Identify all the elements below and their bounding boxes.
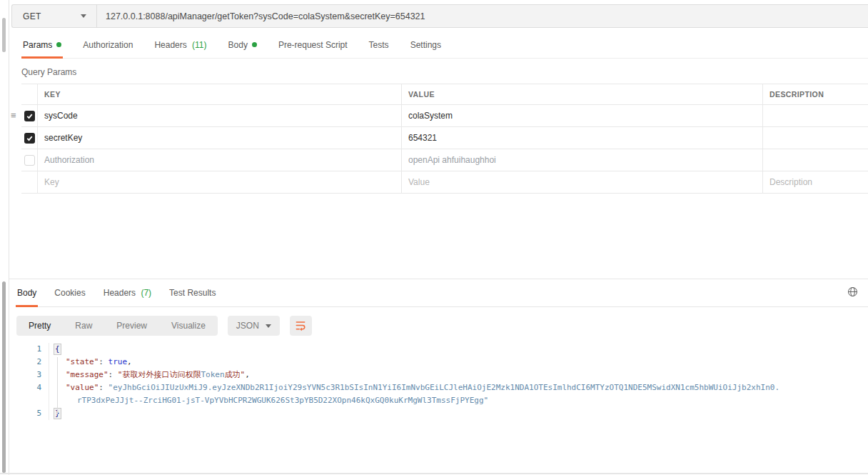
select-column-header: [21, 84, 37, 104]
table-row: secretKey654321: [21, 127, 868, 149]
token-punct: ,: [245, 370, 250, 379]
code-line: 3"message": "获取对外接口访问权限Token成功",: [9, 369, 868, 381]
key-cell[interactable]: secretKey: [37, 127, 401, 149]
tab-authorization[interactable]: Authorization: [81, 34, 134, 58]
token-punct: ,: [127, 357, 132, 366]
key-cell[interactable]: sysCode: [37, 105, 401, 126]
value-cell[interactable]: Value: [401, 171, 762, 193]
row-select-cell: [21, 171, 37, 193]
description-cell[interactable]: [762, 127, 868, 149]
tab-label: Settings: [410, 40, 441, 50]
value-cell[interactable]: openApi ahfuihaughhoi: [401, 149, 762, 171]
query-params-title: Query Params: [21, 67, 868, 77]
view-tab-pretty[interactable]: Pretty: [16, 316, 63, 336]
scrollbar-thumb-bottom[interactable]: [2, 281, 6, 473]
description-cell[interactable]: [762, 149, 868, 171]
main-content: GET 127.0.0.1:8088/apiManager/getToken?s…: [9, 0, 868, 474]
url-bar: GET 127.0.0.1:8088/apiManager/getToken?s…: [11, 4, 868, 28]
value-cell[interactable]: colaSystem: [401, 105, 762, 126]
view-tab-preview[interactable]: Preview: [104, 316, 159, 336]
request-url-input[interactable]: 127.0.0.1:8088/apiManager/getToken?sysCo…: [97, 11, 868, 21]
row-checkbox[interactable]: [24, 155, 35, 166]
request-response-gap: [9, 194, 868, 279]
row-checkbox[interactable]: [24, 133, 35, 144]
description-cell[interactable]: Description: [762, 171, 868, 193]
response-tab-cookies[interactable]: Cookies: [53, 279, 86, 306]
line-number: 2: [9, 356, 41, 369]
key-column-header: KEY: [37, 84, 401, 104]
tab-label: Headers: [104, 288, 136, 298]
left-scrollbar[interactable]: [0, 0, 7, 475]
tab-settings[interactable]: Settings: [409, 34, 443, 58]
response-view-switcher: PrettyRawPreviewVisualize: [16, 316, 218, 336]
code-line: 5}: [9, 407, 868, 420]
view-tab-visualize[interactable]: Visualize: [159, 316, 218, 336]
tab-label: Params: [23, 40, 52, 50]
token-brace: {: [54, 344, 61, 355]
table-row: AuthorizationopenApi ahfuihaughhoi: [21, 149, 868, 171]
http-method-select[interactable]: GET: [12, 5, 96, 27]
tab-tests[interactable]: Tests: [368, 34, 390, 58]
token-key: "value": [66, 383, 99, 392]
tab-label: Test Results: [169, 288, 216, 298]
globe-icon[interactable]: [847, 286, 858, 300]
wrap-text-button[interactable]: [290, 316, 312, 336]
response-format-select[interactable]: JSON: [228, 316, 280, 336]
response-tab-headers[interactable]: Headers (7): [102, 279, 153, 306]
token-punct: :: [99, 383, 108, 392]
token-punct: :: [99, 357, 108, 366]
code-line-content: rTP3dxPeJJjt--ZrciHG01-jsT-VpYVbHCPR2WGU…: [54, 394, 488, 407]
view-tab-raw[interactable]: Raw: [63, 316, 104, 336]
line-number: 1: [9, 343, 41, 356]
indent-guide: [57, 357, 58, 414]
code-line: 2"state": true,: [9, 356, 868, 369]
response-tab-body[interactable]: Body: [16, 279, 38, 306]
tab-label: Body: [228, 40, 248, 50]
tab-pre-request-script[interactable]: Pre-request Script: [277, 34, 349, 58]
code-line: 1{: [9, 343, 868, 356]
tab-headers[interactable]: Headers (11): [153, 34, 208, 58]
code-line-content: "message": "获取对外接口访问权限Token成功",: [54, 369, 250, 381]
gutter-separator: [49, 343, 49, 420]
row-select-cell: [21, 149, 37, 171]
window-bottom-edge: [0, 473, 868, 474]
query-params-table: KEY VALUE DESCRIPTION ≡sysCodecolaSystem…: [21, 84, 868, 194]
row-select-cell: [21, 105, 37, 126]
description-cell[interactable]: [762, 105, 868, 126]
app-window: GET 127.0.0.1:8088/apiManager/getToken?s…: [0, 0, 868, 475]
green-dot-icon: [56, 42, 61, 47]
tab-label: Authorization: [83, 40, 133, 50]
tab-body[interactable]: Body: [227, 34, 258, 58]
line-number: [9, 394, 41, 407]
request-tabs: ParamsAuthorizationHeaders (11)BodyPre-r…: [21, 34, 868, 59]
checkmark-icon: [26, 134, 34, 142]
token-string: "eyJhbGciOiJIUzUxMiJ9.eyJzeXNDb2R1IjoiY2…: [108, 383, 779, 392]
table-row: ≡sysCodecolaSystem: [21, 105, 868, 127]
token-key: "state": [66, 357, 99, 366]
tab-params[interactable]: Params: [21, 34, 63, 58]
response-toolbar: PrettyRawPreviewVisualize JSON: [16, 316, 868, 336]
response-body-viewer: 1{2"state": true,3"message": "获取对外接口访问权限…: [9, 343, 868, 420]
row-checkbox[interactable]: [24, 111, 35, 121]
tab-count-badge: (11): [190, 40, 207, 50]
request-url-row: GET 127.0.0.1:8088/apiManager/getToken?s…: [9, 0, 868, 28]
code-line: 4"value": "eyJhbGciOiJIUzUxMiJ9.eyJzeXND…: [9, 381, 868, 394]
token-cjk: 成功": [225, 370, 246, 379]
response-format-label: JSON: [236, 321, 259, 331]
drag-handle-icon[interactable]: ≡: [11, 111, 16, 121]
tab-label: Headers: [154, 40, 186, 50]
row-select-cell: [21, 127, 37, 149]
response-tab-test-results[interactable]: Test Results: [168, 279, 217, 306]
tab-label: Pre-request Script: [278, 40, 348, 50]
tab-label: Body: [17, 288, 36, 298]
line-number: 5: [9, 407, 41, 420]
tab-count-badge: (7): [138, 288, 151, 298]
checkmark-icon: [26, 112, 34, 120]
token-string: rTP3dxPeJJjt--ZrciHG01-jsT-VpYVbHCPR2WGU…: [77, 396, 488, 405]
key-cell[interactable]: Authorization: [37, 149, 401, 171]
value-cell[interactable]: 654321: [401, 127, 762, 149]
key-cell[interactable]: Key: [37, 171, 401, 193]
code-line: rTP3dxPeJJjt--ZrciHG01-jsT-VpYVbHCPR2WGU…: [9, 394, 868, 407]
scrollbar-thumb-top[interactable]: [2, 18, 6, 52]
chevron-down-icon: [81, 14, 86, 18]
